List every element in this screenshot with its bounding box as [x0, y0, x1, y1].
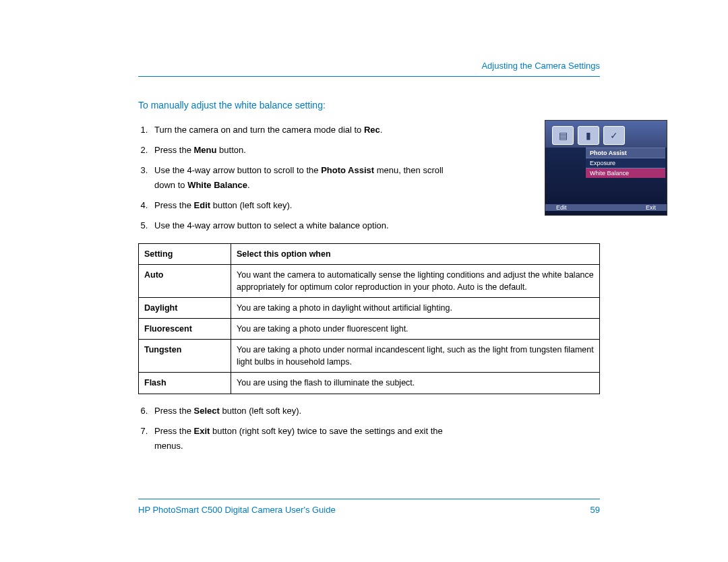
option-desc: You are taking a photo in daylight witho… — [231, 297, 600, 318]
option-desc: You are taking a photo under fluorescent… — [231, 319, 600, 340]
option-desc: You are taking a photo under normal inca… — [231, 340, 600, 373]
battery-icon: ▮ — [578, 126, 599, 145]
white-balance-options-table: Setting Select this option when AutoYou … — [138, 243, 600, 394]
lcd-menu-header: Photo Assist — [586, 148, 665, 158]
step-item: Press the Menu button. — [150, 143, 600, 158]
lcd-menu-item: Exposure — [586, 158, 665, 168]
table-row: FluorescentYou are taking a photo under … — [139, 319, 600, 340]
table-row: AutoYou want the camera to automatically… — [139, 264, 600, 297]
option-name: Auto — [139, 264, 231, 297]
document-icon: ▤ — [552, 126, 574, 145]
lcd-menu-item-selected: White Balance — [586, 168, 665, 178]
step-item: Press the Edit button (left soft key). — [150, 198, 600, 213]
step-item: Use the 4-way arrow button to scroll to … — [150, 163, 600, 193]
option-name: Daylight — [139, 297, 231, 318]
table-header-setting: Setting — [139, 243, 231, 264]
camera-lcd-screenshot: ▤ ▮ ✓ Photo Assist Exposure White Balanc… — [545, 120, 667, 216]
option-name: Fluorescent — [139, 319, 231, 340]
lcd-softkey-left: Edit — [556, 204, 567, 211]
option-name: Tungsten — [139, 340, 231, 373]
step-item: Press the Exit button (right soft key) t… — [150, 424, 600, 454]
option-desc: You are using the flash to illuminate th… — [231, 373, 600, 394]
footer-page-number: 59 — [590, 505, 600, 515]
steps-list-b: Press the Select button (left soft key).… — [138, 404, 600, 454]
lcd-softkey-right: Exit — [646, 204, 656, 211]
table-row: TungstenYou are taking a photo under nor… — [139, 340, 600, 373]
step-item: Turn the camera on and turn the camera m… — [150, 123, 600, 137]
page-header-section: Adjusting the Camera Settings — [138, 61, 600, 77]
steps-list-a: Turn the camera on and turn the camera m… — [138, 123, 600, 234]
option-name: Flash — [139, 373, 231, 394]
section-title: To manually adjust the white balance set… — [138, 100, 600, 111]
step-item: Press the Select button (left soft key). — [150, 404, 600, 418]
footer-guide-title: HP PhotoSmart C500 Digital Camera User's… — [138, 505, 336, 515]
table-row: FlashYou are using the flash to illumina… — [139, 373, 600, 394]
step-item: Use the 4-way arrow button to select a w… — [150, 218, 600, 233]
check-icon: ✓ — [603, 126, 625, 145]
table-row: DaylightYou are taking a photo in daylig… — [139, 297, 600, 318]
table-header-desc: Select this option when — [231, 243, 600, 264]
option-desc: You want the camera to automatically sen… — [231, 264, 600, 297]
